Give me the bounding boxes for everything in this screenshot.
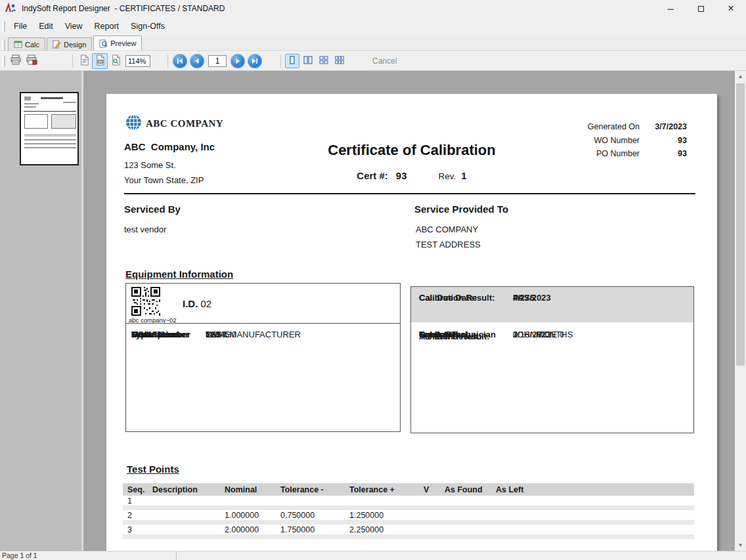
print-report-button[interactable] [8,53,24,69]
cell-seq: 3 [123,523,148,537]
globe-icon [125,114,143,134]
col-nominal: Nominal [220,483,276,496]
thumbnail-content [24,111,76,112]
meta-row: WO Number 93 [588,134,687,148]
close-button[interactable]: × [716,0,746,17]
report-meta: Generated On 3/7/2023 WO Number 93 PO Nu… [588,120,687,161]
scrollbar-thumb[interactable] [736,83,745,366]
view-many-pages-button[interactable] [332,54,347,68]
thumbnail-content [24,114,48,129]
zoom-page-width-button[interactable] [92,53,108,69]
many-page-layout-icon [335,55,344,67]
cell-as-found [440,508,491,523]
equipment-info-box: abc company~02 I.D. 02 Serial Number 123… [125,283,401,432]
minimize-button[interactable]: ─ [655,0,686,17]
cell-tolerance-plus: 1.250000 [345,508,419,523]
thumbnail-content [51,114,76,129]
menubar: File Edit View Report Sign-Offs [0,17,746,35]
test-points-table: Seq. Description Nominal Tolerance - Tol… [123,483,694,539]
tab-design[interactable]: Design [47,37,92,51]
service-to-line2: TEST ADDRESS [416,240,481,249]
preview-icon [99,39,108,48]
cell-as-found [440,496,491,508]
cal-due-date-value: 4/27/2023 [513,291,551,305]
view-two-pages-button[interactable] [301,54,315,68]
thumbnail-content [24,103,39,104]
page-number-input[interactable]: 1 [208,55,227,67]
cal-interval-value: 2 [513,327,517,343]
cell-tolerance-minus: 0.750000 [276,508,345,523]
cell-nominal: 1.000000 [220,508,276,523]
cert-number-value: 93 [396,170,407,181]
company-logo: ABC COMPANY [125,114,223,134]
cell-tolerance-plus: 2.250000 [345,523,419,537]
menu-item-report[interactable]: Report [89,19,125,33]
print-setup-button[interactable] [24,53,39,69]
menu-item-file[interactable]: File [8,19,33,33]
table-row: 1 [123,496,694,508]
menu-item-view[interactable]: View [59,19,89,33]
statusbar: Page 1 of 1 [0,551,746,560]
four-page-layout-icon [319,55,328,67]
zoom-100-icon [110,54,121,68]
col-description: Description [148,483,220,496]
preview-area[interactable]: ABC COMPANY ABC Company, Inc 123 Some St… [83,71,735,551]
page-width-icon [95,54,106,68]
maximize-icon [698,6,704,12]
test-points-heading: Test Points [127,463,179,475]
maximize-button[interactable] [686,0,716,17]
meta-row: PO Number 93 [588,147,687,161]
cell-tolerance-minus: 1.750000 [276,523,345,537]
last-page-icon [252,55,258,67]
wo-number-value: 93 [640,134,687,148]
generated-on-value: 3/7/2023 [640,120,687,134]
previous-page-button[interactable] [190,54,204,68]
id-value: 02 [201,298,212,309]
zoom-100-button[interactable] [108,53,123,69]
equipment-info-heading: Equipment Information [125,269,233,280]
cancel-button[interactable]: Cancel [372,56,397,66]
cell-seq: 1 [123,496,148,508]
first-page-icon [177,55,183,67]
scroll-up-button[interactable]: ▲ [735,71,746,82]
printer-icon [10,54,22,68]
toolbar-separator [280,54,281,68]
cell-v [419,496,440,508]
next-page-button[interactable] [230,54,245,68]
view-four-pages-button[interactable] [317,54,331,68]
zoom-input[interactable]: 114% [125,55,150,67]
menu-item-edit[interactable]: Edit [33,19,59,33]
thumbnail-content [24,106,36,108]
last-page-button[interactable] [248,54,262,68]
thumbnail-content [24,97,31,100]
statusbar-divider [176,551,177,560]
thumbnail-panel [0,71,83,551]
id-label: I.D. [183,298,198,309]
service-provided-to-heading: Service Provided To [414,204,508,215]
tab-preview[interactable]: Preview [93,35,142,51]
menu-item-signoffs[interactable]: Sign-Offs [125,19,171,33]
rev-label: Rev. [439,171,456,181]
whole-page-icon [79,54,90,68]
page-thumbnail[interactable] [20,92,79,165]
cell-nominal: 2.000000 [220,523,276,537]
cell-as-left [491,523,694,537]
view-single-page-button[interactable] [285,54,299,68]
po-number-label: PO Number [596,147,640,161]
description-label: Description [131,327,179,343]
toolbar-separator [167,54,168,68]
calibration-header: Calibration Result: PASS Cal. Due Date: … [411,287,693,322]
first-page-button[interactable] [173,54,187,68]
previous-page-icon [194,55,200,67]
cell-as-left [491,508,694,523]
zoom-whole-page-button[interactable] [76,53,92,69]
col-tolerance-plus: Tolerance + [345,483,419,496]
cell-description [148,523,220,537]
scroll-down-button[interactable]: ▼ [735,540,746,551]
vertical-scrollbar[interactable]: ▲ ▼ [735,71,746,551]
cal-due-date-label: Cal. Due Date: [419,291,477,305]
tab-calc[interactable]: Calc [8,37,45,51]
thumbnail-content [63,102,76,103]
cell-description [148,496,220,508]
cell-as-left [491,496,694,508]
